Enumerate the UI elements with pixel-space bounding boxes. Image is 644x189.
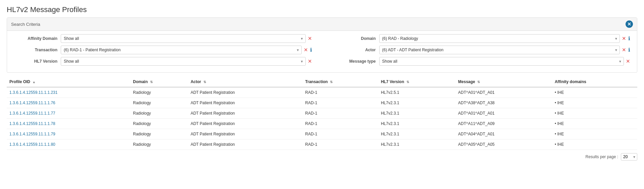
table-row: 1.3.6.1.4.12559.11.1.1.76 Radiology ADT … bbox=[7, 98, 637, 108]
cell-profile-oid[interactable]: 1.3.6.1.4.12559.11.1.1.76 bbox=[7, 98, 130, 108]
cell-hl7-version: HL7v2.3.1 bbox=[378, 98, 455, 108]
sort-actor-icon: ⇅ bbox=[203, 80, 206, 84]
hl7-version-select[interactable]: Show all bbox=[61, 57, 306, 66]
cell-profile-oid[interactable]: 1.3.6.1.4.12559.11.1.1.79 bbox=[7, 129, 130, 139]
hl7-version-select-wrap: Show all ▼ bbox=[61, 57, 306, 66]
results-per-page-label: Results per page : bbox=[586, 154, 618, 159]
profile-oid-link[interactable]: 1.3.6.1.4.12559.11.1.1.79 bbox=[9, 132, 55, 136]
cell-transaction: RAD-1 bbox=[302, 87, 378, 98]
domain-select-wrap: (6) RAD - Radiology ▼ bbox=[379, 34, 620, 43]
col-header-transaction[interactable]: Transaction ⇅ bbox=[302, 76, 378, 87]
domain-clear-icon[interactable]: ✕ bbox=[622, 36, 626, 42]
affinity-domain-label: Affinity Domain bbox=[14, 36, 61, 41]
sort-message-icon: ⇅ bbox=[477, 80, 480, 84]
actor-select[interactable]: (6) ADT - ADT Patient Registration bbox=[379, 46, 620, 54]
cell-affinity-domains: • IHE bbox=[552, 129, 637, 139]
col-header-affinity-domains: Affinity domains bbox=[552, 76, 637, 87]
affinity-domain-select[interactable]: Show all bbox=[61, 34, 306, 43]
search-criteria-header: Search Criteria ✕ bbox=[7, 18, 637, 31]
per-page-select[interactable]: 10 20 50 100 bbox=[621, 153, 637, 161]
message-type-label: Message type bbox=[332, 59, 379, 64]
sort-transaction-icon: ⇅ bbox=[330, 80, 333, 84]
profile-oid-link[interactable]: 1.3.6.1.4.12559.11.1.1.77 bbox=[9, 111, 55, 116]
criteria-row-3: HL7 Version Show all ▼ ✕ Message type Sh… bbox=[14, 57, 630, 66]
table-row: 1.3.6.1.4.12559.11.1.1.77 Radiology ADT … bbox=[7, 108, 637, 119]
cell-message: ADT^A38^ADT_A38 bbox=[455, 98, 552, 108]
search-criteria-body: Affinity Domain Show all ▼ ✕ Domain (6) … bbox=[7, 31, 637, 72]
cell-affinity-domains: • IHE bbox=[552, 119, 637, 129]
cell-profile-oid[interactable]: 1.3.6.1.4.12559.11.1.1.78 bbox=[7, 119, 130, 129]
col-header-message[interactable]: Message ⇅ bbox=[455, 76, 552, 87]
cell-domain: Radiology bbox=[130, 129, 188, 139]
search-criteria-title: Search Criteria bbox=[11, 22, 40, 27]
cell-transaction: RAD-1 bbox=[302, 119, 378, 129]
actor-label: Actor bbox=[332, 48, 379, 52]
transaction-clear-icon[interactable]: ✕ bbox=[304, 47, 308, 53]
table-row: 1.3.6.1.4.12559.11.1.1.231 Radiology ADT… bbox=[7, 87, 637, 98]
cell-profile-oid[interactable]: 1.3.6.1.4.12559.11.1.1.80 bbox=[7, 139, 130, 150]
cell-message: ADT^A01^ADT_A01 bbox=[455, 108, 552, 119]
profile-oid-link[interactable]: 1.3.6.1.4.12559.11.1.1.78 bbox=[9, 121, 55, 126]
table-header-row: Profile OID ▲ Domain ⇅ Actor ⇅ Transacti… bbox=[7, 76, 637, 87]
transaction-select-wrap: (6) RAD-1 - Patient Registration ▼ bbox=[61, 46, 302, 54]
page-title: HL7v2 Message Profiles bbox=[0, 0, 644, 17]
cell-affinity-domains: • IHE bbox=[552, 87, 637, 98]
cell-affinity-domains: • IHE bbox=[552, 98, 637, 108]
criteria-half-left-2: Transaction (6) RAD-1 - Patient Registra… bbox=[14, 46, 312, 54]
message-type-clear-icon[interactable]: ✕ bbox=[626, 58, 630, 64]
affinity-domain-select-wrap: Show all ▼ bbox=[61, 34, 306, 43]
cell-hl7-version: HL7v2.5.1 bbox=[378, 87, 455, 98]
criteria-half-left-1: Affinity Domain Show all ▼ ✕ bbox=[14, 34, 312, 43]
affinity-domain-clear-icon[interactable]: ✕ bbox=[308, 36, 312, 42]
col-header-profile-oid[interactable]: Profile OID ▲ bbox=[7, 76, 130, 87]
cell-hl7-version: HL7v2.3.1 bbox=[378, 139, 455, 150]
cell-message: ADT^A11^ADT_A09 bbox=[455, 119, 552, 129]
cell-actor: ADT Patient Registration bbox=[188, 108, 302, 119]
cell-profile-oid[interactable]: 1.3.6.1.4.12559.11.1.1.77 bbox=[7, 108, 130, 119]
cell-profile-oid[interactable]: 1.3.6.1.4.12559.11.1.1.231 bbox=[7, 87, 130, 98]
cell-transaction: RAD-1 bbox=[302, 98, 378, 108]
col-header-actor[interactable]: Actor ⇅ bbox=[188, 76, 302, 87]
actor-select-wrap: (6) ADT - ADT Patient Registration ▼ bbox=[379, 46, 620, 54]
results-table: Profile OID ▲ Domain ⇅ Actor ⇅ Transacti… bbox=[7, 76, 637, 150]
domain-select[interactable]: (6) RAD - Radiology bbox=[379, 34, 620, 43]
cell-transaction: RAD-1 bbox=[302, 108, 378, 119]
cell-domain: Radiology bbox=[130, 87, 188, 98]
cell-hl7-version: HL7v2.3.1 bbox=[378, 129, 455, 139]
cell-message: ADT^A04^ADT_A01 bbox=[455, 129, 552, 139]
message-type-select[interactable]: Show all bbox=[379, 57, 624, 66]
cell-hl7-version: HL7v2.3.1 bbox=[378, 108, 455, 119]
col-header-hl7-version[interactable]: HL7 Version ⇅ bbox=[378, 76, 455, 87]
domain-info-icon[interactable]: ℹ bbox=[628, 36, 630, 42]
hl7-version-label: HL7 Version bbox=[14, 59, 61, 64]
actor-clear-icon[interactable]: ✕ bbox=[622, 47, 626, 53]
profile-oid-link[interactable]: 1.3.6.1.4.12559.11.1.1.80 bbox=[9, 142, 55, 147]
cell-message: ADT^A05^ADT_A05 bbox=[455, 139, 552, 150]
cell-hl7-version: HL7v2.3.1 bbox=[378, 119, 455, 129]
table-row: 1.3.6.1.4.12559.11.1.1.79 Radiology ADT … bbox=[7, 129, 637, 139]
cell-transaction: RAD-1 bbox=[302, 139, 378, 150]
transaction-label: Transaction bbox=[14, 48, 61, 52]
transaction-info-icon[interactable]: ℹ bbox=[310, 47, 312, 53]
message-type-select-wrap: Show all ▼ bbox=[379, 57, 624, 66]
actor-info-icon[interactable]: ℹ bbox=[628, 47, 630, 53]
table-row: 1.3.6.1.4.12559.11.1.1.80 Radiology ADT … bbox=[7, 139, 637, 150]
criteria-row-2: Transaction (6) RAD-1 - Patient Registra… bbox=[14, 46, 630, 54]
close-search-button[interactable]: ✕ bbox=[626, 20, 633, 28]
cell-actor: ADT Patient Registration bbox=[188, 129, 302, 139]
cell-actor: ADT Patient Registration bbox=[188, 139, 302, 150]
search-criteria-panel: Search Criteria ✕ Affinity Domain Show a… bbox=[7, 17, 637, 73]
cell-transaction: RAD-1 bbox=[302, 129, 378, 139]
transaction-select[interactable]: (6) RAD-1 - Patient Registration bbox=[61, 46, 302, 54]
cell-actor: ADT Patient Registration bbox=[188, 98, 302, 108]
cell-domain: Radiology bbox=[130, 119, 188, 129]
sort-hl7-icon: ⇅ bbox=[406, 80, 409, 84]
profile-oid-link[interactable]: 1.3.6.1.4.12559.11.1.1.231 bbox=[9, 90, 57, 95]
cell-domain: Radiology bbox=[130, 98, 188, 108]
domain-label: Domain bbox=[332, 36, 379, 41]
cell-affinity-domains: • IHE bbox=[552, 139, 637, 150]
profile-oid-link[interactable]: 1.3.6.1.4.12559.11.1.1.76 bbox=[9, 101, 55, 105]
col-header-domain[interactable]: Domain ⇅ bbox=[130, 76, 188, 87]
hl7-version-clear-icon[interactable]: ✕ bbox=[308, 58, 312, 64]
criteria-half-right-3: Message type Show all ▼ ✕ bbox=[332, 57, 631, 66]
